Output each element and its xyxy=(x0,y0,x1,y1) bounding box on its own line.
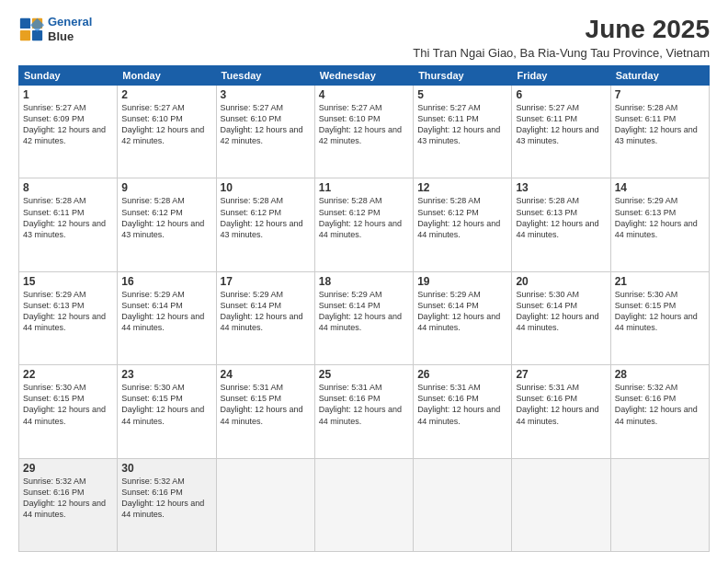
header-row: SundayMondayTuesdayWednesdayThursdayFrid… xyxy=(19,66,710,86)
day-number: 17 xyxy=(221,275,311,288)
logo: General Blue xyxy=(18,15,92,43)
table-row: 15 Sunrise: 5:29 AMSunset: 6:13 PMDaylig… xyxy=(19,271,118,364)
table-row xyxy=(314,458,413,551)
svg-rect-0 xyxy=(20,17,30,28)
day-number: 1 xyxy=(23,88,113,101)
header: General Blue June 2025 Thi Tran Ngai Gia… xyxy=(18,15,710,60)
title-block: June 2025 Thi Tran Ngai Giao, Ba Ria-Vun… xyxy=(413,15,710,60)
week-row-3: 15 Sunrise: 5:29 AMSunset: 6:13 PMDaylig… xyxy=(19,271,710,364)
week-row-1: 1 Sunrise: 5:27 AMSunset: 6:09 PMDayligh… xyxy=(19,86,710,178)
day-number: 30 xyxy=(121,462,211,475)
subtitle: Thi Tran Ngai Giao, Ba Ria-Vung Tau Prov… xyxy=(413,46,710,60)
month-title: June 2025 xyxy=(413,15,710,44)
calendar-table: SundayMondayTuesdayWednesdayThursdayFrid… xyxy=(18,65,710,552)
day-info: Sunrise: 5:31 AMSunset: 6:16 PMDaylight:… xyxy=(417,382,507,427)
day-number: 2 xyxy=(121,88,211,101)
table-row: 29 Sunrise: 5:32 AMSunset: 6:16 PMDaylig… xyxy=(19,458,118,551)
table-row: 27 Sunrise: 5:31 AMSunset: 6:16 PMDaylig… xyxy=(512,365,610,458)
table-row: 16 Sunrise: 5:29 AMSunset: 6:14 PMDaylig… xyxy=(118,271,216,364)
day-number: 25 xyxy=(319,368,409,381)
day-info: Sunrise: 5:29 AMSunset: 6:13 PMDaylight:… xyxy=(615,195,705,240)
day-number: 14 xyxy=(615,181,705,194)
day-info: Sunrise: 5:27 AMSunset: 6:11 PMDaylight:… xyxy=(516,102,606,147)
table-row: 5 Sunrise: 5:27 AMSunset: 6:11 PMDayligh… xyxy=(414,86,512,178)
day-number: 29 xyxy=(23,462,113,475)
day-number: 13 xyxy=(516,181,606,194)
day-info: Sunrise: 5:28 AMSunset: 6:13 PMDaylight:… xyxy=(516,195,606,240)
logo-icon xyxy=(18,17,44,42)
header-cell-friday: Friday xyxy=(512,66,610,86)
day-number: 5 xyxy=(417,88,507,101)
table-row xyxy=(610,458,709,551)
day-number: 9 xyxy=(121,181,211,194)
table-row: 10 Sunrise: 5:28 AMSunset: 6:12 PMDaylig… xyxy=(216,178,314,271)
day-number: 22 xyxy=(23,368,113,381)
table-row: 20 Sunrise: 5:30 AMSunset: 6:14 PMDaylig… xyxy=(512,271,610,364)
day-number: 15 xyxy=(23,275,113,288)
table-row: 12 Sunrise: 5:28 AMSunset: 6:12 PMDaylig… xyxy=(414,178,512,271)
table-row: 28 Sunrise: 5:32 AMSunset: 6:16 PMDaylig… xyxy=(610,365,709,458)
day-info: Sunrise: 5:29 AMSunset: 6:14 PMDaylight:… xyxy=(221,289,311,334)
day-info: Sunrise: 5:31 AMSunset: 6:15 PMDaylight:… xyxy=(221,382,311,427)
table-row: 11 Sunrise: 5:28 AMSunset: 6:12 PMDaylig… xyxy=(314,178,413,271)
day-info: Sunrise: 5:28 AMSunset: 6:12 PMDaylight:… xyxy=(221,195,311,240)
day-info: Sunrise: 5:31 AMSunset: 6:16 PMDaylight:… xyxy=(516,382,606,427)
week-row-2: 8 Sunrise: 5:28 AMSunset: 6:11 PMDayligh… xyxy=(19,178,710,271)
day-info: Sunrise: 5:27 AMSunset: 6:10 PMDaylight:… xyxy=(221,102,311,147)
day-number: 8 xyxy=(23,181,113,194)
day-info: Sunrise: 5:32 AMSunset: 6:16 PMDaylight:… xyxy=(121,476,211,521)
header-cell-monday: Monday xyxy=(118,66,216,86)
day-number: 4 xyxy=(319,88,409,101)
day-number: 26 xyxy=(417,368,507,381)
day-info: Sunrise: 5:29 AMSunset: 6:14 PMDaylight:… xyxy=(417,289,507,334)
day-number: 3 xyxy=(221,88,311,101)
day-info: Sunrise: 5:28 AMSunset: 6:11 PMDaylight:… xyxy=(23,195,113,240)
day-number: 27 xyxy=(516,368,606,381)
day-info: Sunrise: 5:29 AMSunset: 6:14 PMDaylight:… xyxy=(121,289,211,334)
table-row: 30 Sunrise: 5:32 AMSunset: 6:16 PMDaylig… xyxy=(118,458,216,551)
day-number: 19 xyxy=(417,275,507,288)
day-info: Sunrise: 5:30 AMSunset: 6:15 PMDaylight:… xyxy=(615,289,705,334)
day-number: 28 xyxy=(615,368,705,381)
table-row: 17 Sunrise: 5:29 AMSunset: 6:14 PMDaylig… xyxy=(216,271,314,364)
table-row: 2 Sunrise: 5:27 AMSunset: 6:10 PMDayligh… xyxy=(118,86,216,178)
header-cell-tuesday: Tuesday xyxy=(216,66,314,86)
week-row-5: 29 Sunrise: 5:32 AMSunset: 6:16 PMDaylig… xyxy=(19,458,710,551)
day-number: 20 xyxy=(516,275,606,288)
table-row: 9 Sunrise: 5:28 AMSunset: 6:12 PMDayligh… xyxy=(118,178,216,271)
day-info: Sunrise: 5:28 AMSunset: 6:12 PMDaylight:… xyxy=(417,195,507,240)
table-row: 3 Sunrise: 5:27 AMSunset: 6:10 PMDayligh… xyxy=(216,86,314,178)
day-number: 24 xyxy=(221,368,311,381)
header-cell-sunday: Sunday xyxy=(19,66,118,86)
day-number: 23 xyxy=(121,368,211,381)
day-number: 11 xyxy=(319,181,409,194)
day-info: Sunrise: 5:30 AMSunset: 6:15 PMDaylight:… xyxy=(23,382,113,427)
table-row: 24 Sunrise: 5:31 AMSunset: 6:15 PMDaylig… xyxy=(216,365,314,458)
table-row: 8 Sunrise: 5:28 AMSunset: 6:11 PMDayligh… xyxy=(19,178,118,271)
table-row: 6 Sunrise: 5:27 AMSunset: 6:11 PMDayligh… xyxy=(512,86,610,178)
table-row xyxy=(414,458,512,551)
day-info: Sunrise: 5:32 AMSunset: 6:16 PMDaylight:… xyxy=(23,476,113,521)
logo-text: General Blue xyxy=(48,15,92,43)
day-info: Sunrise: 5:28 AMSunset: 6:11 PMDaylight:… xyxy=(615,102,705,147)
table-row xyxy=(216,458,314,551)
table-row: 1 Sunrise: 5:27 AMSunset: 6:09 PMDayligh… xyxy=(19,86,118,178)
day-number: 10 xyxy=(221,181,311,194)
day-info: Sunrise: 5:28 AMSunset: 6:12 PMDaylight:… xyxy=(121,195,211,240)
day-number: 21 xyxy=(615,275,705,288)
day-number: 7 xyxy=(615,88,705,101)
table-row: 26 Sunrise: 5:31 AMSunset: 6:16 PMDaylig… xyxy=(414,365,512,458)
day-info: Sunrise: 5:32 AMSunset: 6:16 PMDaylight:… xyxy=(615,382,705,427)
table-row xyxy=(512,458,610,551)
day-info: Sunrise: 5:27 AMSunset: 6:09 PMDaylight:… xyxy=(23,102,113,147)
day-info: Sunrise: 5:28 AMSunset: 6:12 PMDaylight:… xyxy=(319,195,409,240)
table-row: 13 Sunrise: 5:28 AMSunset: 6:13 PMDaylig… xyxy=(512,178,610,271)
logo-line2: Blue xyxy=(48,29,92,44)
page: General Blue June 2025 Thi Tran Ngai Gia… xyxy=(0,0,728,563)
svg-rect-2 xyxy=(20,30,30,40)
header-cell-wednesday: Wednesday xyxy=(314,66,413,86)
table-row: 7 Sunrise: 5:28 AMSunset: 6:11 PMDayligh… xyxy=(610,86,709,178)
logo-line1: General xyxy=(48,15,92,29)
day-number: 16 xyxy=(121,275,211,288)
table-row: 19 Sunrise: 5:29 AMSunset: 6:14 PMDaylig… xyxy=(414,271,512,364)
